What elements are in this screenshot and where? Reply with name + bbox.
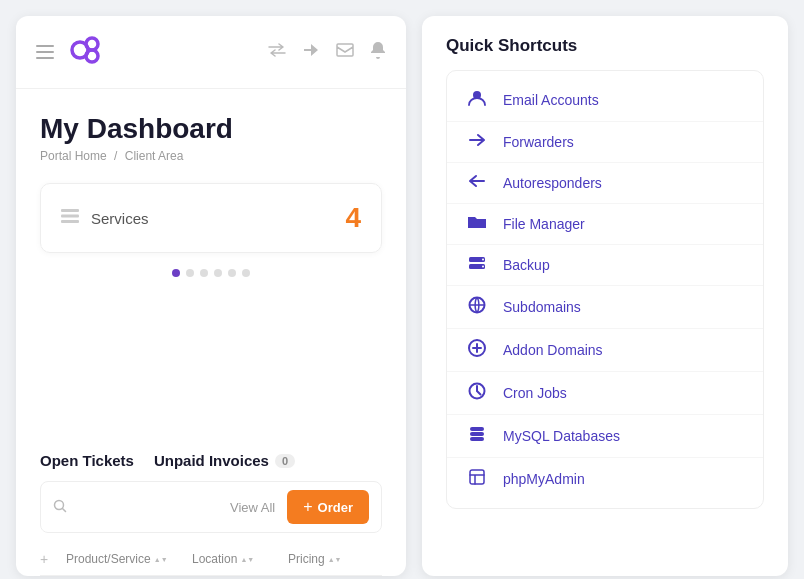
svg-rect-15 [470,427,484,431]
mysql-databases-label: MySQL Databases [503,428,620,444]
dot-4[interactable] [214,269,222,277]
main-content: My Dashboard Portal Home / Client Area S… [16,89,406,452]
table-header: + Product/Service ▲▼ Location ▲▼ Pricing… [40,543,382,576]
svg-rect-16 [470,432,484,436]
svg-rect-17 [470,437,484,441]
view-all-link[interactable]: View All [73,500,275,515]
shortcut-backup[interactable]: Backup [447,245,763,286]
svg-point-2 [86,50,98,62]
svg-point-10 [482,259,484,261]
search-order-bar: View All + Order [40,481,382,533]
dot-2[interactable] [186,269,194,277]
dot-6[interactable] [242,269,250,277]
autoresponders-label: Autoresponders [503,175,602,191]
product-sort-icon[interactable]: ▲▼ [154,556,168,563]
col-product: Product/Service ▲▼ [66,552,186,566]
services-label: Services [91,210,149,227]
shortcuts-title: Quick Shortcuts [446,36,764,56]
order-plus-icon: + [303,498,312,516]
unpaid-invoices-title: Unpaid Invoices 0 [154,452,295,469]
phpmyadmin-label: phpMyAdmin [503,471,585,487]
transfer-icon[interactable] [268,43,286,61]
subdomains-icon [465,296,489,318]
tickets-section: Open Tickets Unpaid Invoices 0 View All … [16,452,406,576]
location-sort-icon[interactable]: ▲▼ [240,556,254,563]
col-location: Location ▲▼ [192,552,282,566]
breadcrumb-home[interactable]: Portal Home [40,149,107,163]
dot-1[interactable] [172,269,180,277]
dot-5[interactable] [228,269,236,277]
addon-domains-label: Addon Domains [503,342,603,358]
subdomains-label: Subdomains [503,299,581,315]
shortcut-cron-jobs[interactable]: Cron Jobs [447,372,763,415]
shortcut-forwarders[interactable]: Forwarders [447,122,763,163]
addon-domains-icon [465,339,489,361]
order-button[interactable]: + Order [287,490,369,524]
app-container: My Dashboard Portal Home / Client Area S… [16,16,788,576]
file-manager-icon [465,214,489,234]
inbox-icon[interactable] [336,42,354,62]
col-pricing: Pricing ▲▼ [288,552,368,566]
page-title: My Dashboard [40,113,382,145]
svg-point-1 [86,38,98,50]
backup-label: Backup [503,257,550,273]
forward-icon[interactable] [302,42,320,62]
table-add-icon[interactable]: + [40,551,60,567]
svg-rect-18 [470,470,484,484]
dot-3[interactable] [200,269,208,277]
services-card-left: Services [61,209,149,227]
pricing-sort-icon[interactable]: ▲▼ [328,556,342,563]
shortcut-email-accounts[interactable]: Email Accounts [447,79,763,122]
services-card[interactable]: Services 4 [40,183,382,253]
breadcrumb: Portal Home / Client Area [40,149,382,163]
shortcut-addon-domains[interactable]: Addon Domains [447,329,763,372]
right-panel: Quick Shortcuts Email Accounts Forwar [422,16,788,576]
bell-icon[interactable] [370,41,386,63]
services-count: 4 [345,202,361,234]
app-logo [68,32,104,72]
search-icon [53,499,67,516]
shortcut-autoresponders[interactable]: Autoresponders [447,163,763,204]
services-icon [61,209,79,227]
forwarders-label: Forwarders [503,134,574,150]
shortcut-mysql-databases[interactable]: MySQL Databases [447,415,763,458]
svg-rect-3 [61,209,79,212]
shortcut-phpmyadmin[interactable]: phpMyAdmin [447,458,763,500]
autoresponders-icon [465,173,489,193]
invoices-badge: 0 [275,454,295,468]
backup-icon [465,255,489,275]
left-panel: My Dashboard Portal Home / Client Area S… [16,16,406,576]
cron-jobs-icon [465,382,489,404]
top-bar [16,16,406,89]
open-tickets-title: Open Tickets [40,452,134,469]
svg-rect-5 [61,220,79,223]
shortcuts-card: Email Accounts Forwarders Autoresponders [446,70,764,509]
breadcrumb-separator: / [114,149,117,163]
top-bar-left [36,32,104,72]
svg-rect-4 [61,215,79,218]
shortcut-subdomains[interactable]: Subdomains [447,286,763,329]
forwarders-icon [465,132,489,152]
cron-jobs-label: Cron Jobs [503,385,567,401]
carousel-dots [40,269,382,277]
breadcrumb-current: Client Area [125,149,184,163]
svg-point-11 [482,266,484,268]
tickets-header: Open Tickets Unpaid Invoices 0 [40,452,382,469]
top-bar-right [268,41,386,63]
phpmyadmin-icon [465,468,489,490]
shortcut-file-manager[interactable]: File Manager [447,204,763,245]
email-accounts-icon [465,89,489,111]
file-manager-label: File Manager [503,216,585,232]
email-accounts-label: Email Accounts [503,92,599,108]
mysql-databases-icon [465,425,489,447]
hamburger-menu[interactable] [36,45,54,59]
